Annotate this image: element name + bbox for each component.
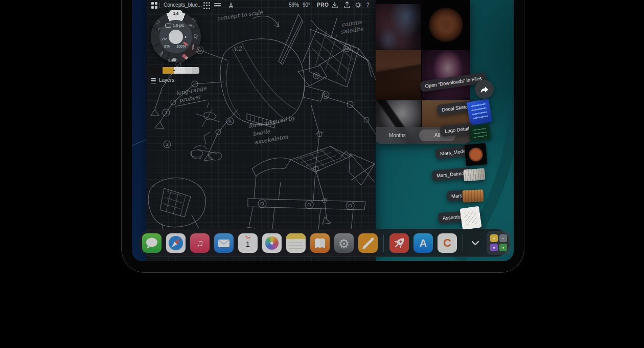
marker-2: 2 bbox=[166, 142, 169, 147]
compass-icon bbox=[166, 233, 186, 253]
rocket-app-icon[interactable] bbox=[389, 233, 409, 253]
notes-line bbox=[289, 245, 303, 246]
photos-app-window: Months All bbox=[376, 0, 470, 144]
opacity-max-label: 100% bbox=[176, 44, 186, 49]
app-store-a-glyph: A bbox=[420, 237, 427, 249]
rocket-icon bbox=[389, 233, 409, 253]
export-icon[interactable] bbox=[343, 2, 351, 9]
calendar-weekday: Tue bbox=[238, 236, 258, 239]
swatch-black[interactable] bbox=[148, 67, 163, 74]
stage: concept to scale V.2 comms satellite lon… bbox=[0, 0, 644, 348]
pencil-icon bbox=[358, 233, 378, 253]
concepts-app-icon[interactable]: C bbox=[438, 233, 457, 253]
annotation-version: V.2 bbox=[233, 45, 243, 53]
notes-line bbox=[289, 248, 303, 249]
color-puck[interactable] bbox=[169, 30, 183, 44]
layers-label: Layers bbox=[159, 77, 174, 83]
chevron-down-icon bbox=[471, 241, 479, 246]
swatch-gray[interactable] bbox=[185, 67, 192, 74]
annotation-scale: concept to scale bbox=[217, 9, 264, 22]
layers-button[interactable]: Layers bbox=[151, 77, 174, 83]
safari-app-icon[interactable] bbox=[166, 233, 186, 253]
drag-thumb-logo-detail[interactable] bbox=[469, 124, 491, 142]
drag-thumb-mars-deimos[interactable] bbox=[463, 168, 486, 182]
pen-nib-icon[interactable] bbox=[227, 2, 235, 9]
sketch-pen-app-icon[interactable] bbox=[358, 233, 378, 253]
app-library-tile-green: ● bbox=[499, 244, 507, 251]
opacity-half-icon[interactable]: ◐ bbox=[185, 34, 188, 39]
import-icon[interactable] bbox=[331, 2, 338, 9]
drag-thumb-assembly[interactable] bbox=[459, 206, 481, 230]
concepts-app-window: concept to scale V.2 comms satellite lon… bbox=[147, 0, 376, 261]
help-button[interactable]: ? bbox=[366, 2, 370, 8]
forward-arrow-icon bbox=[479, 85, 490, 94]
settings-gear-icon[interactable] bbox=[355, 2, 362, 9]
notes-yellow-strip bbox=[286, 233, 306, 239]
active-tool-size-tab[interactable]: 1.6 bbox=[169, 10, 182, 17]
mail-app-icon[interactable] bbox=[214, 233, 234, 253]
notes-line bbox=[289, 242, 303, 243]
envelope-icon bbox=[214, 233, 234, 253]
app-library-tile-camera: ▪ bbox=[499, 234, 507, 242]
tool-wheel[interactable]: 1.6 bbox=[151, 12, 201, 62]
drop-forward-badge bbox=[475, 80, 494, 99]
app-store-app-icon[interactable]: A bbox=[413, 233, 433, 253]
drag-thumb-mars[interactable] bbox=[462, 189, 484, 203]
stroke-size-label: 1.6 pts bbox=[165, 23, 185, 28]
dock-divider bbox=[463, 234, 463, 252]
pro-badge[interactable]: PRO bbox=[317, 2, 329, 8]
drag-thumb-decal-sketches[interactable] bbox=[466, 99, 492, 126]
shell-rear-sketch bbox=[148, 178, 205, 233]
drag-thumb-mars-model[interactable] bbox=[464, 143, 488, 166]
document-title[interactable]: Concepts_blue... bbox=[164, 2, 202, 8]
swatch-dark-gray[interactable] bbox=[192, 67, 199, 74]
open-book-icon bbox=[310, 233, 330, 253]
layers-list-icon bbox=[151, 77, 156, 83]
photo-mars-planet[interactable] bbox=[422, 0, 470, 50]
dock-collapse-button[interactable] bbox=[469, 233, 482, 253]
ring-size-bottom: 6.8 bbox=[168, 59, 173, 62]
handwritten-annotations: concept to scale V.2 comms satellite lon… bbox=[175, 9, 364, 146]
marker-1: 1 bbox=[165, 110, 168, 115]
marker-a: A bbox=[228, 119, 232, 124]
app-library-icon[interactable]: ● ▪ ★ ● bbox=[487, 231, 511, 255]
photo-horsehead-nebula[interactable] bbox=[376, 4, 421, 50]
swatch-gold[interactable] bbox=[163, 67, 174, 74]
app-library-tile-lightbulb: ● bbox=[490, 234, 498, 242]
photo-mars-desert[interactable] bbox=[376, 50, 421, 100]
concepts-c-glyph: C bbox=[443, 236, 451, 249]
zoom-level[interactable]: 59% bbox=[289, 2, 299, 8]
books-app-icon[interactable] bbox=[310, 233, 330, 253]
calendar-day: 1 bbox=[238, 240, 258, 248]
selection-tool-icon[interactable] bbox=[194, 32, 199, 41]
size-card-icon bbox=[165, 24, 171, 28]
view-months-button[interactable]: Months bbox=[389, 127, 406, 144]
dock-divider bbox=[383, 234, 384, 252]
sideview-sketch bbox=[247, 146, 375, 231]
swatch-selection-dot bbox=[173, 70, 175, 71]
photos-app-icon[interactable] bbox=[262, 233, 282, 253]
gear-icon: ⚙ bbox=[338, 236, 350, 251]
app-library-tile-star: ★ bbox=[490, 244, 498, 251]
layers-menu-icon[interactable] bbox=[214, 2, 221, 10]
music-note-icon: ♫ bbox=[196, 237, 203, 248]
message-bubble-icon bbox=[142, 233, 162, 253]
toolbar-divider bbox=[159, 3, 160, 8]
opacity-min-label: 0% bbox=[164, 44, 170, 49]
ipad-screen: concept to scale V.2 comms satellite lon… bbox=[132, 0, 514, 261]
notes-app-icon[interactable] bbox=[286, 233, 306, 253]
dot-grid-icon[interactable] bbox=[203, 2, 211, 10]
calendar-app-icon[interactable]: Tue 1 bbox=[238, 233, 258, 253]
swatch-light-gray[interactable] bbox=[174, 67, 185, 74]
annotation-beetle-2: beetle bbox=[252, 128, 271, 138]
settings-app-icon[interactable]: ⚙ bbox=[334, 233, 354, 253]
brush-stroke-icon[interactable] bbox=[162, 34, 168, 44]
dock: ♫ Tue 1 bbox=[139, 229, 510, 257]
music-app-icon[interactable]: ♫ bbox=[190, 233, 210, 253]
messages-app-icon[interactable] bbox=[142, 233, 162, 253]
workspace-grid-icon[interactable] bbox=[151, 2, 159, 10]
probe-sketches bbox=[191, 102, 222, 160]
photos-flower-icon bbox=[265, 236, 279, 250]
rotation-value[interactable]: 90° bbox=[303, 2, 310, 8]
